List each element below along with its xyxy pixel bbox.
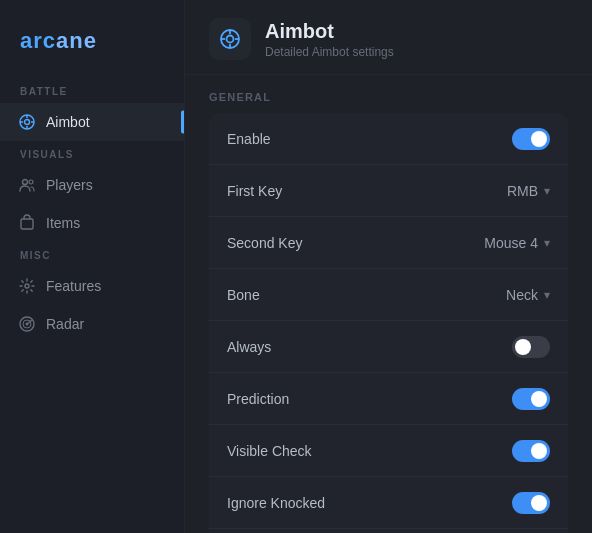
setting-prediction-control [512,388,550,410]
ignore-knocked-toggle[interactable] [512,492,550,514]
header-text: Aimbot Detailed Aimbot settings [265,20,394,59]
setting-first-key-label: First Key [227,183,282,199]
header-icon [209,18,251,60]
setting-bone-control: Neck ▾ [506,287,550,303]
setting-draw-fov-border: Draw FOV Border [209,529,568,533]
svg-point-1 [25,120,30,125]
general-section-label: General [209,91,568,103]
items-icon [18,214,36,232]
visible-check-toggle[interactable] [512,440,550,462]
setting-enable-label: Enable [227,131,271,147]
svg-rect-8 [21,219,33,229]
prediction-toggle[interactable] [512,388,550,410]
svg-point-7 [29,180,33,184]
setting-bone: Bone Neck ▾ [209,269,568,321]
bone-dropdown[interactable]: Neck ▾ [506,287,550,303]
setting-visible-check-label: Visible Check [227,443,312,459]
setting-ignore-knocked-control [512,492,550,514]
first-key-dropdown[interactable]: RMB ▾ [507,183,550,199]
sidebar-item-aimbot[interactable]: Aimbot [0,103,184,141]
sidebar-item-items-label: Items [46,215,80,231]
sidebar-item-players-label: Players [46,177,93,193]
setting-always: Always [209,321,568,373]
features-icon [18,277,36,295]
setting-visible-check-control [512,440,550,462]
setting-second-key: Second Key Mouse 4 ▾ [209,217,568,269]
setting-second-key-control: Mouse 4 ▾ [484,235,550,251]
sidebar: arcane BATTLE Aimbot VISUALS P [0,0,185,533]
always-toggle[interactable] [512,336,550,358]
setting-visible-check: Visible Check [209,425,568,477]
setting-always-control [512,336,550,358]
setting-always-label: Always [227,339,271,355]
sidebar-item-players[interactable]: Players [0,166,184,204]
radar-icon [18,315,36,333]
sidebar-item-items[interactable]: Items [0,204,184,242]
sidebar-item-radar[interactable]: Radar [0,305,184,343]
setting-first-key-control: RMB ▾ [507,183,550,199]
sidebar-item-radar-label: Radar [46,316,84,332]
logo-arc: arc [20,28,56,53]
svg-point-14 [227,36,234,43]
bone-value: Neck [506,287,538,303]
setting-ignore-knocked: Ignore Knocked [209,477,568,529]
settings-group: Enable First Key RMB ▾ Second Key [209,113,568,533]
content-area: General Enable First Key RMB ▾ [185,75,592,533]
sidebar-item-features-label: Features [46,278,101,294]
page-header: Aimbot Detailed Aimbot settings [185,0,592,75]
setting-second-key-label: Second Key [227,235,303,251]
svg-point-9 [25,284,29,288]
second-key-dropdown[interactable]: Mouse 4 ▾ [484,235,550,251]
section-misc: MISC [0,242,184,267]
setting-prediction: Prediction [209,373,568,425]
section-visuals: VISUALS [0,141,184,166]
setting-first-key: First Key RMB ▾ [209,165,568,217]
setting-prediction-label: Prediction [227,391,289,407]
setting-ignore-knocked-label: Ignore Knocked [227,495,325,511]
setting-bone-label: Bone [227,287,260,303]
page-title: Aimbot [265,20,394,43]
setting-enable: Enable [209,113,568,165]
logo: arcane [0,16,184,78]
svg-point-6 [23,180,28,185]
page-subtitle: Detailed Aimbot settings [265,45,394,59]
second-key-value: Mouse 4 [484,235,538,251]
sidebar-item-aimbot-label: Aimbot [46,114,90,130]
setting-enable-control [512,128,550,150]
second-key-arrow-icon: ▾ [544,236,550,250]
aimbot-icon [18,113,36,131]
sidebar-item-features[interactable]: Features [0,267,184,305]
main-content: Aimbot Detailed Aimbot settings General … [185,0,592,533]
players-icon [18,176,36,194]
first-key-arrow-icon: ▾ [544,184,550,198]
bone-arrow-icon: ▾ [544,288,550,302]
logo-ane: ane [56,28,97,53]
section-battle: BATTLE [0,78,184,103]
enable-toggle[interactable] [512,128,550,150]
first-key-value: RMB [507,183,538,199]
